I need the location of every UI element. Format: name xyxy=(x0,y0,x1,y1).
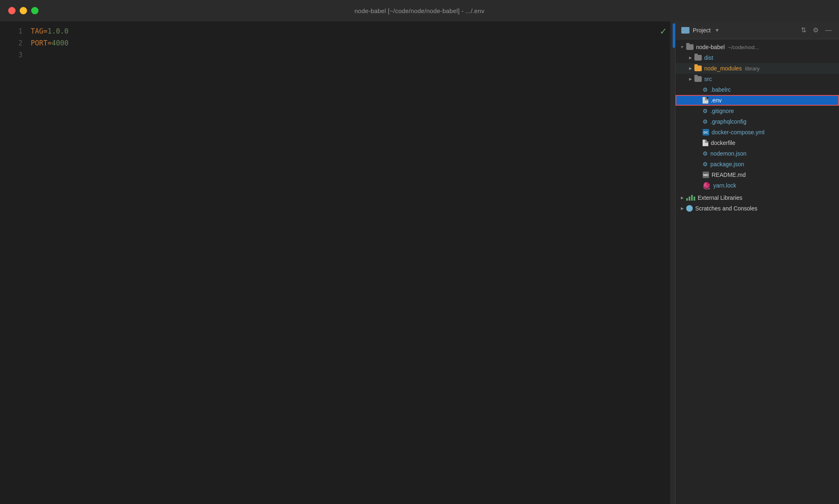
tree-arrow-dist[interactable] xyxy=(687,54,694,61)
tree-label-dist: dist xyxy=(704,54,713,61)
dc-icon-docker-compose: DC xyxy=(703,129,709,136)
tree-item-nodemon[interactable]: ⚙ nodemon.json xyxy=(676,148,839,159)
tree-label-root: node-babel xyxy=(696,44,725,50)
file-tree[interactable]: node-babel ~/code/nod... dist node_modul… xyxy=(676,39,839,504)
tree-item-root[interactable]: node-babel ~/code/nod... xyxy=(676,42,839,52)
tree-item-gitignore[interactable]: ⚙ .gitignore xyxy=(676,106,839,116)
gear-icon-gitignore: ⚙ xyxy=(703,108,708,114)
panel-title: Project xyxy=(693,27,711,34)
window-title: node-babel [~/code/node/node-babel] - ..… xyxy=(354,7,484,14)
tree-item-dockerfile[interactable]: dockerfile xyxy=(676,138,839,148)
code-line-2: PORT=4000 xyxy=(31,37,675,49)
tree-arrow-src[interactable] xyxy=(687,76,694,82)
scroll-thumb[interactable] xyxy=(673,23,675,48)
editor-content: 1 2 3 TAG=1.0.0 PORT=4000 ✓ xyxy=(0,21,675,504)
tree-label-src: src xyxy=(704,76,712,82)
tree-label-root-suffix: ~/code/nod... xyxy=(728,44,759,50)
panel-layout-icon xyxy=(681,27,689,34)
folder-icon-node-modules xyxy=(694,66,702,71)
tree-item-readme[interactable]: MD README.md xyxy=(676,170,839,180)
panel-header: Project ▼ ⇅ ⚙ — xyxy=(676,21,839,39)
line-number-3: 3 xyxy=(0,49,23,61)
tree-label-yarn-lock: yarn.lock xyxy=(713,182,736,189)
gear-icon-graphqlconfig: ⚙ xyxy=(703,118,708,125)
tree-label-external-libs: External Libraries xyxy=(698,194,742,201)
folder-icon-dist xyxy=(694,55,702,61)
tree-label-graphqlconfig: .graphqlconfig xyxy=(710,118,746,125)
key-tag: TAG xyxy=(31,27,43,35)
panel-settings-btn[interactable]: ⚙ xyxy=(811,25,820,35)
gear-icon-package: ⚙ xyxy=(703,161,708,167)
tree-label-gitignore: .gitignore xyxy=(710,108,734,114)
tree-item-external-libs[interactable]: External Libraries xyxy=(676,192,839,203)
tree-item-node-modules[interactable]: node_modules library xyxy=(676,63,839,74)
tree-item-package[interactable]: ⚙ package.json xyxy=(676,159,839,170)
ext-libs-icon xyxy=(686,195,695,201)
project-panel: Project ▼ ⇅ ⚙ — node-babel ~/code/nod...… xyxy=(675,21,839,504)
panel-title-arrow[interactable]: ▼ xyxy=(715,27,720,33)
folder-icon-root xyxy=(686,44,694,50)
tree-label-docker-compose: docker-compose.yml xyxy=(712,129,764,136)
key-port: PORT xyxy=(31,39,48,47)
tree-item-yarn-lock[interactable]: 🧶 yarn.lock xyxy=(676,180,839,191)
tree-item-scratches[interactable]: Scratches and Consoles xyxy=(676,203,839,214)
close-button[interactable] xyxy=(8,7,16,14)
code-content[interactable]: TAG=1.0.0 PORT=4000 xyxy=(29,25,675,504)
titlebar: node-babel [~/code/node/node-babel] - ..… xyxy=(0,0,839,21)
yarn-icon: 🧶 xyxy=(703,182,711,190)
scratches-icon xyxy=(686,205,693,212)
value-port: 4000 xyxy=(52,39,68,47)
gear-icon-babelrc: ⚙ xyxy=(703,86,708,93)
tree-arrow-external-libs[interactable] xyxy=(679,194,685,201)
tree-label-readme: README.md xyxy=(712,172,746,178)
check-mark: ✓ xyxy=(660,26,667,37)
tree-label-dockerfile: dockerfile xyxy=(711,140,735,146)
panel-minimize-btn[interactable]: — xyxy=(823,26,833,35)
tree-label-node-modules-suffix: library xyxy=(745,66,760,72)
tree-item-babelrc[interactable]: ⚙ .babelrc xyxy=(676,84,839,95)
value-tag: 1.0.0 xyxy=(48,27,68,35)
tree-label-scratches: Scratches and Consoles xyxy=(695,205,757,212)
doc-icon-dockerfile xyxy=(703,140,708,146)
tree-item-docker-compose[interactable]: DC docker-compose.yml xyxy=(676,127,839,138)
code-line-1: TAG=1.0.0 xyxy=(31,25,675,37)
minimize-button[interactable] xyxy=(20,7,27,14)
tree-item-src[interactable]: src xyxy=(676,74,839,84)
panel-sort-btn[interactable]: ⇅ xyxy=(799,25,808,35)
tree-arrow-node-modules[interactable] xyxy=(687,65,694,72)
doc-icon-env xyxy=(703,97,708,104)
line-number-1: 1 xyxy=(0,25,23,37)
tree-label-env: .env xyxy=(711,97,721,104)
tree-label-babelrc: .babelrc xyxy=(710,86,731,93)
line-numbers: 1 2 3 xyxy=(0,25,29,504)
md-icon-readme: MD xyxy=(703,172,709,178)
tree-item-env[interactable]: .env xyxy=(676,95,839,106)
tree-item-graphqlconfig[interactable]: ⚙ .graphqlconfig xyxy=(676,116,839,127)
main-content: 1 2 3 TAG=1.0.0 PORT=4000 ✓ Project ▼ xyxy=(0,21,839,504)
tree-label-package: package.json xyxy=(710,161,744,167)
tree-label-node-modules: node_modules xyxy=(704,65,742,72)
scroll-indicator xyxy=(670,21,675,504)
editor-area[interactable]: 1 2 3 TAG=1.0.0 PORT=4000 ✓ xyxy=(0,21,675,504)
tree-label-nodemon: nodemon.json xyxy=(710,150,746,157)
line-number-2: 2 xyxy=(0,37,23,49)
tree-item-dist[interactable]: dist xyxy=(676,52,839,63)
folder-icon-src xyxy=(694,76,702,82)
maximize-button[interactable] xyxy=(31,7,39,14)
traffic-lights xyxy=(8,7,39,14)
tree-arrow-root[interactable] xyxy=(679,44,685,50)
gear-icon-nodemon: ⚙ xyxy=(703,150,708,157)
tree-arrow-scratches[interactable] xyxy=(679,205,685,212)
